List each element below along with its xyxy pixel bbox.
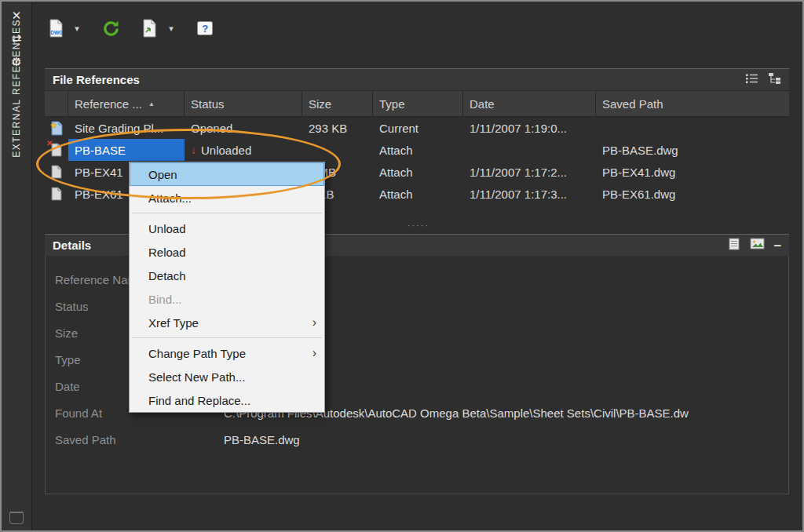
file-references-header: File References xyxy=(45,68,789,90)
cell-saved-path xyxy=(596,117,789,139)
cell-status: Opened xyxy=(185,117,302,139)
tree-view-icon[interactable] xyxy=(768,72,781,87)
cell-name-selected: PB-BASE xyxy=(68,139,185,161)
column-saved-path[interactable]: Saved Path xyxy=(596,91,789,116)
path-file-icon xyxy=(141,19,159,38)
menu-item-detach[interactable]: Detach xyxy=(130,264,324,287)
attach-dropdown-icon[interactable]: ▾ xyxy=(69,15,85,42)
cell-size xyxy=(302,139,373,161)
cell-saved-path: PB-EX41.dwg xyxy=(596,161,789,183)
menu-item-open[interactable]: Open xyxy=(130,162,324,186)
cell-date: 1/11/2007 1:19:0... xyxy=(463,117,596,139)
cell-saved-path: PB-EX61.dwg xyxy=(596,183,789,205)
details-view-icon[interactable] xyxy=(728,238,740,253)
change-path-button[interactable] xyxy=(137,15,163,42)
cell-type: Attach xyxy=(373,139,463,161)
cell-date: 1/11/2007 1:17:2... xyxy=(463,161,596,183)
xref-context-menu: Open Attach... Unload Reload Detach Bind… xyxy=(129,162,325,413)
menu-separator xyxy=(132,213,322,213)
cell-type: Attach xyxy=(373,161,463,183)
external-references-palette: ✕ ⇄ ⚙ EXTERNAL REFERENCES DWG ▾ xyxy=(0,0,804,532)
unloaded-x-icon: ✕ xyxy=(46,139,53,148)
svg-text:?: ? xyxy=(202,23,208,35)
cell-type: Attach xyxy=(373,183,463,205)
xref-row-pb-base[interactable]: ✕ PB-BASE ↓ Unloaded Attach PB-BASE.dwg xyxy=(45,139,789,161)
cell-type: Current xyxy=(373,117,463,139)
column-icon xyxy=(45,91,68,116)
preview-image-icon[interactable] xyxy=(750,238,765,253)
attach-dwg-button[interactable]: DWG xyxy=(42,15,69,42)
palette-grip-icon[interactable] xyxy=(9,512,24,524)
dwg-xref-icon-unloaded: ✕ xyxy=(45,139,68,161)
menu-item-change-path-type[interactable]: Change Path Type › xyxy=(130,341,324,365)
sort-asc-icon: ▲ xyxy=(148,100,155,107)
details-title: Details xyxy=(53,239,91,252)
menu-item-xref-type[interactable]: Xref Type › xyxy=(130,311,324,334)
column-type[interactable]: Type xyxy=(373,91,463,116)
menu-item-attach[interactable]: Attach... xyxy=(130,186,324,210)
menu-item-unload[interactable]: Unload xyxy=(130,217,324,240)
sheet-set-icon xyxy=(45,117,68,139)
detail-field-saved-path: Saved PathPB-BASE.dwg xyxy=(46,426,788,453)
help-icon: ? xyxy=(196,20,214,37)
dwg-xref-icon xyxy=(45,161,68,183)
xref-toolbar: DWG ▾ ▾ ? xyxy=(42,13,218,44)
dwg-file-icon: DWG xyxy=(48,19,64,38)
cell-date xyxy=(463,139,596,161)
cell-status: ↓ Unloaded xyxy=(185,139,302,161)
column-status[interactable]: Status xyxy=(185,91,302,116)
column-size[interactable]: Size xyxy=(302,91,373,116)
refresh-icon xyxy=(102,20,120,38)
submenu-arrow-icon: › xyxy=(312,315,316,330)
svg-text:DWG: DWG xyxy=(50,30,63,35)
file-references-title: File References xyxy=(53,73,140,86)
collapse-panel-icon[interactable]: – xyxy=(774,240,781,251)
xref-row-site-grading[interactable]: Site Grading Pl... Opened 293 KB Current… xyxy=(45,117,789,139)
column-date[interactable]: Date xyxy=(463,91,596,116)
help-button[interactable]: ? xyxy=(192,15,218,42)
xref-list-header: Reference ... ▲ Status Size Type Date Sa… xyxy=(45,90,789,117)
cell-date: 1/11/2007 1:17:3... xyxy=(463,183,596,205)
menu-item-find-and-replace[interactable]: Find and Replace... xyxy=(130,388,324,412)
list-view-icon[interactable] xyxy=(745,73,758,87)
menu-item-reload[interactable]: Reload xyxy=(130,240,324,264)
refresh-button[interactable] xyxy=(97,15,124,42)
dwg-xref-icon xyxy=(45,183,68,205)
cell-size: 293 KB xyxy=(302,117,373,139)
menu-separator xyxy=(132,337,322,338)
menu-item-select-new-path[interactable]: Select New Path... xyxy=(130,365,324,388)
menu-item-bind: Bind... xyxy=(130,287,324,311)
change-path-dropdown-icon[interactable]: ▾ xyxy=(163,15,179,42)
unload-arrow-icon: ↓ xyxy=(191,144,196,156)
palette-title-bar: ✕ ⇄ ⚙ EXTERNAL REFERENCES xyxy=(2,2,32,530)
column-reference-name[interactable]: Reference ... ▲ xyxy=(68,91,185,116)
submenu-arrow-icon: › xyxy=(312,346,316,360)
palette-vertical-title: EXTERNAL REFERENCES xyxy=(2,2,31,174)
cell-saved-path: PB-BASE.dwg xyxy=(596,139,789,161)
cell-name: Site Grading Pl... xyxy=(68,117,185,139)
